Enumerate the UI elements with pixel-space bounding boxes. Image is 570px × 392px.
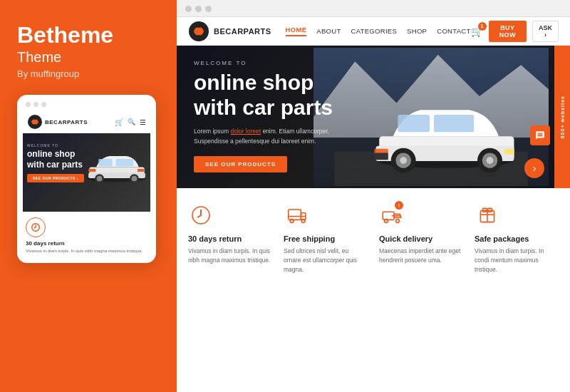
mobile-hero-title: online shop with car parts	[27, 149, 84, 170]
svg-rect-31	[374, 153, 388, 160]
nav-home[interactable]: HOME	[286, 26, 307, 36]
return-desc: Vivamus in diam turpis. In quis nibh mag…	[188, 247, 272, 265]
nav-about[interactable]: ABOUT	[316, 27, 341, 35]
mobile-hero-text: WELCOME TO online shop with car parts SE…	[27, 143, 84, 182]
nav-contact[interactable]: CONTACT	[437, 27, 470, 35]
feature-return: 30 days return Vivamus in diam turpis. I…	[188, 202, 272, 274]
mobile-dot-2	[33, 102, 38, 107]
mobile-features: 30 days return Vivamus in diam turpis. I…	[23, 212, 150, 257]
mobile-dot-3	[41, 102, 46, 107]
feature-packages: Safe packages Vivamus in diam turpis. In…	[475, 202, 559, 274]
desktop-nav-right: 🛒 1 BUY NOW ASK ›	[471, 21, 559, 42]
svg-rect-10	[88, 169, 95, 172]
svg-rect-8	[98, 159, 112, 166]
svg-point-25	[400, 157, 407, 164]
cart-badge: 1	[478, 22, 487, 31]
mobile-car-graphic	[85, 148, 149, 187]
svg-rect-9	[116, 159, 133, 166]
svg-point-28	[487, 157, 494, 164]
delivery-desc: Maecenas imperdiet ante eget hendrerit p…	[379, 247, 463, 265]
brand-by: By muffingroup	[17, 68, 160, 79]
delivery-title: Quick delivery	[379, 234, 463, 243]
mobile-search-icon: 🔍	[128, 118, 135, 125]
hero-content: WELCOME TO online shop with car parts Lo…	[194, 60, 333, 172]
mobile-feature-return: 30 days return Vivamus in diam turpis. I…	[26, 217, 147, 254]
mobile-browser-dots	[23, 102, 150, 107]
packages-title: Safe packages	[475, 234, 559, 243]
svg-point-40	[396, 220, 400, 223]
svg-point-39	[385, 220, 388, 223]
mobile-menu-icon: ☰	[140, 118, 146, 126]
svg-rect-44	[488, 208, 492, 212]
desktop-logo-text: BECARPARTS	[214, 27, 271, 36]
mobile-dot-1	[26, 102, 31, 107]
shipping-desc: Sed ultrices nisl velit, eu ornare est u…	[284, 247, 368, 274]
nav-categories[interactable]: CATEGORIES	[351, 27, 398, 35]
mobile-return-label: 30 days return	[26, 240, 147, 247]
desktop-logo: BECARPARTS	[188, 21, 271, 42]
cart-icon-area[interactable]: 🛒 1	[471, 26, 483, 37]
svg-point-35	[290, 220, 294, 223]
feature-delivery: ! Quick delivery Maecenas imperdiet ante…	[379, 202, 463, 274]
brand-subtitle: Theme	[17, 49, 160, 66]
delivery-badge: !	[395, 201, 403, 210]
hero-strip-text: 600+ websites	[560, 96, 565, 138]
packages-icon	[475, 202, 500, 228]
svg-rect-30	[504, 149, 514, 155]
hero-cta-button[interactable]: SEE OUR PRODUCTS	[194, 156, 287, 172]
mobile-logo: BECARPARTS	[27, 114, 112, 130]
browser-chrome	[177, 0, 570, 17]
browser-dots	[185, 6, 561, 12]
mobile-return-desc: Vivamus in diam turpis. In quis nibh mag…	[26, 248, 147, 254]
mobile-cart-icon: 🛒	[115, 118, 123, 126]
return-icon	[188, 202, 214, 228]
desktop-hero: WELCOME TO online shop with car parts Lo…	[177, 46, 570, 188]
hero-welcome-text: WELCOME TO	[194, 60, 333, 66]
svg-rect-33	[289, 210, 301, 220]
packages-desc: Vivamus in diam turpis. In condi mentum …	[475, 247, 559, 274]
chat-widget-button[interactable]	[530, 125, 550, 145]
feature-shipping: Free shipping Sed ultrices nisl velit, e…	[284, 202, 368, 274]
mobile-logo-text: BECARPARTS	[45, 119, 88, 125]
shipping-title: Free shipping	[284, 234, 368, 243]
svg-rect-11	[138, 169, 144, 172]
brand-title: Betheme	[17, 23, 160, 48]
hero-main-title: online shop with car parts	[194, 71, 333, 120]
mobile-return-icon	[26, 217, 46, 237]
mobile-preview: BECARPARTS 🛒 🔍 ☰ WELCOME TO online shop …	[17, 95, 156, 262]
browser-dot-3	[205, 6, 212, 12]
nav-shop[interactable]: SHOP	[407, 27, 427, 35]
svg-point-36	[301, 220, 305, 223]
delivery-icon: !	[379, 202, 405, 228]
desktop-nav: BECARPARTS HOME ABOUT CATEGORIES SHOP CO…	[177, 17, 570, 46]
svg-rect-43	[483, 208, 487, 212]
hero-description: Lorem ipsum dolor loreet enim. Etiam ull…	[194, 127, 333, 146]
right-panel: BECARPARTS HOME ABOUT CATEGORIES SHOP CO…	[177, 0, 570, 392]
hero-strip: 600+ websites	[554, 46, 570, 188]
shipping-icon	[284, 202, 309, 228]
mobile-nav: BECARPARTS 🛒 🔍 ☰	[23, 111, 150, 133]
svg-point-5	[97, 176, 103, 182]
buy-now-button[interactable]: BUY NOW	[489, 21, 527, 42]
desktop-nav-links: HOME ABOUT CATEGORIES SHOP CONTACT	[286, 26, 471, 36]
hero-car-graphic	[314, 46, 549, 188]
mobile-hero: WELCOME TO online shop with car parts SE…	[23, 133, 150, 212]
mobile-welcome-label: WELCOME TO	[27, 143, 84, 148]
features-section: 30 days return Vivamus in diam turpis. I…	[177, 188, 570, 281]
left-panel: Betheme Theme By muffingroup BECARPARTS …	[0, 0, 177, 392]
ask-button[interactable]: ASK ›	[532, 21, 559, 42]
mobile-logo-icon	[27, 114, 43, 130]
mobile-cta-btn[interactable]: SEE OUR PRODUCTS ›	[27, 174, 84, 182]
svg-rect-21	[398, 115, 430, 132]
mobile-nav-icons: 🛒 🔍 ☰	[115, 118, 146, 126]
svg-rect-22	[434, 115, 474, 132]
hero-next-button[interactable]: ›	[524, 158, 544, 178]
browser-dot-1	[185, 6, 192, 12]
browser-dot-2	[195, 6, 202, 12]
return-title: 30 days return	[188, 234, 272, 243]
desktop-logo-svg	[188, 21, 209, 42]
svg-point-7	[132, 176, 138, 182]
